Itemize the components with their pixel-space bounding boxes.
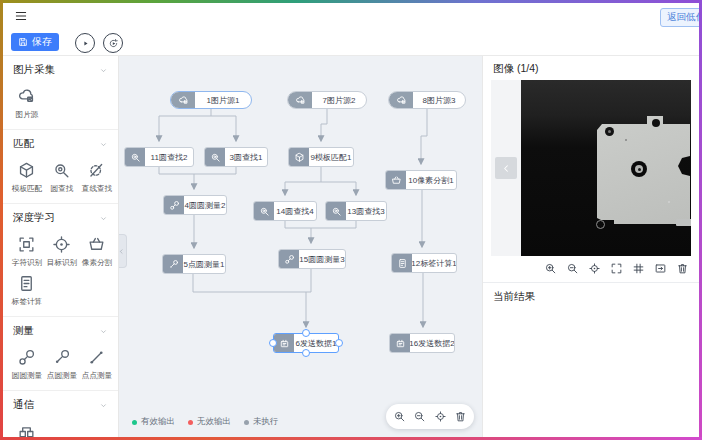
tool-label: 像素分割: [81, 257, 111, 267]
image-nav-strip: [491, 80, 521, 256]
flow-node-circle-circle-measure-2[interactable]: 4圆圆测量2: [163, 195, 227, 215]
circle-find-icon: [326, 202, 346, 220]
camera-photo: [521, 80, 691, 256]
tool-label: 点圆测量: [46, 370, 76, 380]
node-handle-right[interactable]: [335, 339, 343, 347]
legend-valid-output: 有效输出: [132, 416, 175, 428]
tab-hole: [652, 119, 660, 127]
node-label: 10像素分割1: [406, 171, 456, 189]
section-measure: 测量 圆圆测量 点圆测量 点点测量: [3, 317, 118, 391]
section-header[interactable]: 匹配: [3, 137, 118, 153]
node-handle-top[interactable]: [302, 329, 310, 337]
node-label: 14圆查找4: [274, 202, 316, 220]
menu-icon[interactable]: [13, 9, 29, 23]
flow-edges: [118, 56, 482, 437]
plate-hole-center: [608, 130, 611, 133]
circle-circle-measure-icon: [164, 196, 184, 214]
node-handle-bottom[interactable]: [302, 349, 310, 357]
tool-image-source[interactable]: 图片源: [9, 84, 44, 120]
flow-node-template-match-1[interactable]: 9模板匹配1: [288, 147, 354, 167]
canvas-toolbar: [386, 404, 474, 429]
tool-label: 圆查找: [50, 183, 73, 193]
tool-point-point-measure[interactable]: 点点测量: [79, 345, 114, 381]
point-point-measure-icon: [87, 348, 106, 367]
node-label: 13圆查找3: [346, 202, 386, 220]
chevron-left-icon: [118, 248, 125, 255]
locate-icon[interactable]: [434, 410, 447, 423]
save-button[interactable]: 保存: [11, 33, 59, 51]
section-deep-learning: 深度学习 字符识别 目标识别 像素分割 标签计算: [3, 204, 118, 317]
tool-line-find[interactable]: 直线查找: [79, 158, 114, 194]
flow-node-image-source-2[interactable]: 7图片源2: [287, 91, 367, 109]
flow-node-pixel-segment-1[interactable]: 10像素分割1: [385, 170, 457, 190]
play-icon: [80, 38, 91, 49]
zoom-in-icon[interactable]: [544, 262, 557, 275]
section-header[interactable]: 通信: [3, 398, 118, 414]
node-label: 12标签计算1: [412, 254, 456, 272]
preview-title: 图像 (1/4): [493, 62, 539, 76]
circle-find-icon: [125, 148, 145, 166]
flow-node-circle-circle-measure-3[interactable]: 15圆圆测量3: [278, 249, 346, 269]
flow-node-circle-find-3[interactable]: 13圆查找3: [325, 201, 387, 221]
section-header[interactable]: 测量: [3, 324, 118, 340]
point-circle-measure-icon: [163, 255, 183, 273]
back-to-lowcode-button[interactable]: 返回低代: [660, 8, 702, 27]
tool-circle-circle-measure[interactable]: 圆圆测量: [9, 345, 44, 381]
fullscreen-icon[interactable]: [610, 262, 623, 275]
run-once-button[interactable]: [75, 33, 95, 53]
preview-toolbar: [544, 262, 689, 275]
flow-canvas[interactable]: 1图片源1 7图片源2 8图片源3 11圆查找2 3圆查找1 9模板匹配1 10…: [118, 56, 482, 437]
flow-node-image-source-3[interactable]: 8图片源3: [388, 91, 466, 109]
gray-dot-icon: [244, 420, 249, 425]
tool-circle-find[interactable]: 圆查找: [44, 158, 79, 194]
zoom-out-icon[interactable]: [413, 410, 426, 423]
tool-label: 点点测量: [81, 370, 111, 380]
flow-node-point-circle-measure-1[interactable]: 5点圆测量1: [162, 254, 226, 274]
flow-node-send-data-1[interactable]: 6发送数据1: [273, 333, 339, 353]
section-header[interactable]: 图片采集: [3, 63, 118, 79]
pixel-segment-icon: [386, 171, 406, 189]
template-match-icon: [17, 161, 36, 180]
point-circle-measure-icon: [52, 348, 71, 367]
tool-template-match[interactable]: 模板匹配: [9, 158, 44, 194]
flow-node-circle-find-4[interactable]: 14圆查找4: [253, 201, 317, 221]
run-loop-button[interactable]: [103, 33, 123, 53]
tool-point-circle-measure[interactable]: 点圆测量: [44, 345, 79, 381]
status-legend: 有效输出 无效输出 未执行: [132, 416, 279, 428]
section-header[interactable]: 深度学习: [3, 211, 118, 227]
template-match-icon: [289, 148, 309, 166]
flow-node-image-source-1[interactable]: 1图片源1: [170, 91, 252, 109]
image-source-icon: [17, 87, 36, 106]
tool-pixel-segment[interactable]: 像素分割: [79, 232, 114, 268]
tool-protocol-device[interactable]: [9, 419, 44, 437]
legend-not-executed: 未执行: [244, 416, 279, 428]
flow-node-send-data-2[interactable]: 16发送数据2: [389, 333, 455, 353]
node-label: 1图片源1: [195, 92, 251, 108]
flow-node-circle-find-2[interactable]: 11圆查找2: [124, 147, 194, 167]
trash-icon[interactable]: [454, 410, 467, 423]
flow-node-label-calc-1[interactable]: 12标签计算1: [391, 253, 457, 273]
flow-node-circle-find-1[interactable]: 3圆查找1: [204, 147, 268, 167]
chevron-down-icon: [99, 327, 108, 336]
object-detect-icon: [52, 235, 71, 254]
image-source-icon: [171, 92, 195, 108]
node-label: 15圆圆测量3: [299, 250, 345, 268]
trash-icon[interactable]: [676, 262, 689, 275]
fit-view-icon[interactable]: [654, 262, 667, 275]
node-handle-left[interactable]: [269, 339, 277, 347]
tool-label-calc[interactable]: 标签计算: [9, 271, 44, 307]
label-calc-icon: [17, 274, 36, 293]
tool-label: 模板匹配: [11, 183, 41, 193]
send-data-icon: [390, 334, 410, 352]
zoom-in-icon[interactable]: [393, 410, 406, 423]
previous-image-button[interactable]: [495, 157, 517, 179]
tool-object-detect[interactable]: 目标识别: [44, 232, 79, 268]
save-icon: [18, 37, 28, 47]
top-bar: 返回低代: [3, 3, 699, 29]
node-label: 9模板匹配1: [309, 148, 353, 166]
locate-icon[interactable]: [588, 262, 601, 275]
zoom-out-icon[interactable]: [566, 262, 579, 275]
node-label: 5点圆测量1: [183, 255, 225, 273]
tool-ocr[interactable]: 字符识别: [9, 232, 44, 268]
grid-icon[interactable]: [632, 262, 645, 275]
